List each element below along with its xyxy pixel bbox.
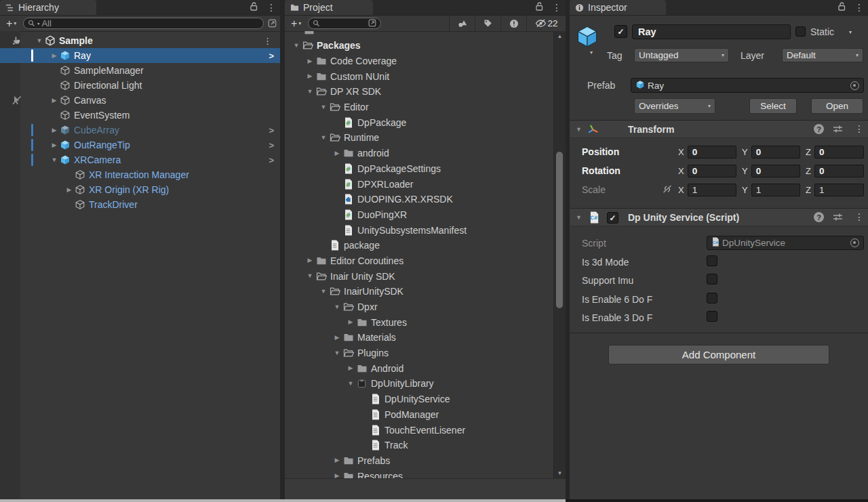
position-x-field[interactable]: 0 xyxy=(688,146,736,159)
foldout-icon[interactable]: ▼ xyxy=(34,38,45,44)
hierarchy-row[interactable]: ▼Sample⋮ xyxy=(0,33,280,48)
project-row[interactable]: ▶Editor Coroutines xyxy=(285,253,554,269)
position-y-field[interactable]: 0 xyxy=(751,146,800,159)
foldout-icon[interactable]: ▶ xyxy=(304,58,316,64)
project-row[interactable]: ▶Code Coverage xyxy=(285,54,554,69)
foldout-icon[interactable]: ▼ xyxy=(576,215,582,221)
tag-dropdown[interactable]: Untagged ▾ xyxy=(634,48,729,62)
create-button[interactable]: + ▾ xyxy=(288,18,304,29)
project-row[interactable]: DpUnityService xyxy=(285,392,554,407)
prefab-open-chevron-icon[interactable]: > xyxy=(269,140,280,150)
search-by-label-button[interactable] xyxy=(475,16,500,31)
menu-kebab-icon[interactable]: ⋮ xyxy=(854,3,864,12)
foldout-icon[interactable]: ▶ xyxy=(49,127,60,133)
foldout-icon[interactable]: ▼ xyxy=(317,289,330,295)
transform-header[interactable]: ▼ Transform ? ⋮ xyxy=(570,120,868,138)
project-row[interactable]: ▼Dpxr xyxy=(285,299,554,315)
project-row[interactable]: ▶Materials xyxy=(285,330,554,346)
layer-dropdown[interactable]: Default ▾ xyxy=(782,48,863,62)
foldout-icon[interactable]: ▶ xyxy=(49,142,60,148)
script-object-field[interactable]: C# DpUnityService xyxy=(707,236,864,250)
project-row[interactable]: UnitySubsystemsManifest xyxy=(285,222,554,238)
project-row[interactable]: ▼Editor xyxy=(285,100,554,115)
foldout-icon[interactable]: ▶ xyxy=(331,150,343,156)
foldout-icon[interactable]: ▼ xyxy=(576,127,582,133)
hierarchy-row[interactable]: EventSystem xyxy=(0,108,280,123)
project-row[interactable]: ▶Resources xyxy=(285,468,554,479)
project-row[interactable]: #DpPackageSettings xyxy=(285,161,554,177)
search-filter-caret-icon[interactable]: ▾ xyxy=(37,22,39,26)
menu-kebab-icon[interactable]: ⋮ xyxy=(552,3,561,12)
menu-kebab-icon[interactable]: ⋮ xyxy=(267,3,276,12)
project-row[interactable]: ▼Packages xyxy=(285,38,554,54)
presets-icon[interactable] xyxy=(833,124,843,136)
open-button[interactable]: Open xyxy=(811,98,863,114)
project-row[interactable]: ▶Custom NUnit xyxy=(285,68,554,84)
rotation-z-field[interactable]: 0 xyxy=(814,165,864,177)
prefab-open-chevron-icon[interactable]: > xyxy=(269,51,280,61)
project-row[interactable]: ▼Runtime xyxy=(285,130,554,146)
gameobject-icon-caret[interactable]: ▾ xyxy=(590,50,593,56)
select-button[interactable]: Select xyxy=(749,98,797,114)
project-search-input[interactable] xyxy=(322,18,366,28)
hierarchy-row[interactable]: ▼XRCamera> xyxy=(0,152,280,167)
foldout-icon[interactable]: ▶ xyxy=(344,319,357,325)
picking-disabled-icon[interactable] xyxy=(0,96,23,105)
hierarchy-row[interactable]: ▶Canvas xyxy=(0,93,280,108)
add-component-button[interactable]: Add Component xyxy=(608,345,829,364)
object-picker-icon[interactable] xyxy=(850,238,859,247)
scale-z-field[interactable]: 1 xyxy=(814,184,864,196)
foldout-icon[interactable]: ▼ xyxy=(49,157,60,163)
project-row[interactable]: PodManager xyxy=(285,407,554,423)
project-row[interactable]: package xyxy=(285,238,554,253)
foldout-icon[interactable]: ▼ xyxy=(317,104,330,110)
hierarchy-row[interactable]: TrackDriver xyxy=(0,197,280,212)
search-by-type-button[interactable] xyxy=(449,16,475,31)
tab-hierarchy[interactable]: Hierarchy xyxy=(0,0,96,15)
row-kebab-icon[interactable]: ⋮ xyxy=(263,36,280,46)
foldout-icon[interactable]: ▼ xyxy=(331,350,343,356)
open-search-window-icon[interactable] xyxy=(368,18,376,29)
foldout-icon[interactable]: ▶ xyxy=(331,335,343,341)
help-icon[interactable]: ? xyxy=(814,212,824,222)
scroll-down-icon[interactable]: ▼ xyxy=(554,471,566,476)
foldout-icon[interactable]: ▶ xyxy=(49,98,60,104)
support-imu-checkbox[interactable] xyxy=(707,274,717,285)
help-icon[interactable]: ? xyxy=(814,124,824,134)
project-row[interactable]: ▼InairUnitySDK xyxy=(285,284,554,299)
foldout-icon[interactable]: ▼ xyxy=(304,273,316,279)
static-dropdown-caret[interactable]: ▾ xyxy=(849,30,852,35)
object-picker-icon[interactable] xyxy=(850,81,859,90)
project-row[interactable]: ▼DpUnityLibrary xyxy=(285,376,554,392)
project-row[interactable]: ▼Plugins xyxy=(285,346,554,361)
foldout-icon[interactable]: ▼ xyxy=(331,304,343,310)
script-component-header[interactable]: ▼ C# ✓ Dp Unity Service (Script) ? ⋮ xyxy=(570,208,868,226)
foldout-icon[interactable]: ▶ xyxy=(64,187,75,193)
gameobject-icon[interactable] xyxy=(575,24,599,51)
tab-project[interactable]: Project xyxy=(285,0,373,15)
static-checkbox[interactable] xyxy=(795,26,806,37)
scene-pick-icon[interactable] xyxy=(0,36,23,45)
prefab-open-chevron-icon[interactable]: > xyxy=(269,155,280,165)
scroll-up-icon[interactable]: ▲ xyxy=(554,34,566,39)
project-row[interactable]: ▶Textures xyxy=(285,314,554,330)
prefab-object-field[interactable]: Ray xyxy=(631,78,864,93)
scale-y-field[interactable]: 1 xyxy=(751,184,800,196)
project-row[interactable]: ▶android xyxy=(285,146,554,161)
foldout-icon[interactable]: ▶ xyxy=(49,53,60,59)
prefab-open-chevron-icon[interactable]: > xyxy=(269,125,280,135)
project-row[interactable]: #DuoPingXR xyxy=(285,207,554,223)
is-3d-mode-checkbox[interactable] xyxy=(707,255,717,266)
hierarchy-row[interactable]: ▶OutRangeTip> xyxy=(0,138,280,152)
foldout-icon[interactable]: ▶ xyxy=(304,73,316,79)
active-checkbox[interactable]: ✓ xyxy=(614,25,627,38)
hierarchy-row[interactable]: SampleManager xyxy=(0,63,280,78)
project-row[interactable]: DUOPING.XR.XRSDK xyxy=(285,192,554,207)
lock-icon[interactable] xyxy=(536,2,543,13)
project-row[interactable]: TouchEventLisener xyxy=(285,422,554,438)
is-enable-3dof-checkbox[interactable] xyxy=(707,311,717,322)
lock-icon[interactable] xyxy=(838,2,846,13)
component-enabled-checkbox[interactable]: ✓ xyxy=(607,212,618,224)
is-enable-6dof-checkbox[interactable] xyxy=(707,293,717,304)
name-field[interactable]: Ray xyxy=(632,24,791,39)
